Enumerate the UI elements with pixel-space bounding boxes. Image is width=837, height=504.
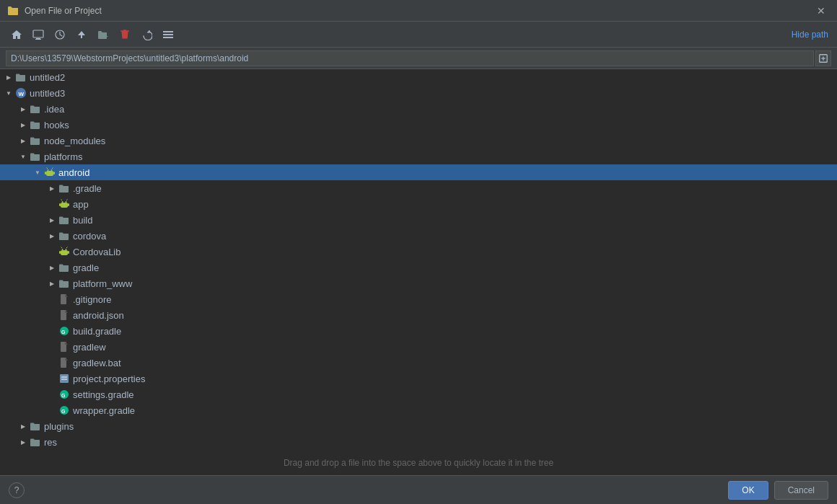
svg-rect-44 (59, 251, 61, 254)
item-label-wrapper.gradle: wrapper.gradle (73, 405, 135, 416)
tree-item-gradlew.bat[interactable]: gradlew.bat (0, 355, 837, 371)
tree-item-app[interactable]: app (0, 196, 837, 212)
expand-arrow-untitled3[interactable]: ▼ (3, 87, 14, 99)
tree-item-.gradle[interactable]: ▶.gradle (0, 180, 837, 196)
expand-arrow-CordovaLib[interactable] (46, 246, 58, 257)
svg-text:G: G (61, 330, 66, 335)
tree-area[interactable]: ▶untitled2▼Wuntitled3▶.idea▶hooks▶node_m… (0, 69, 837, 451)
expand-arrow-build[interactable]: ▶ (46, 214, 58, 226)
expand-arrow-gradlew[interactable] (46, 341, 58, 353)
expand-arrow-cordova[interactable]: ▶ (46, 230, 58, 242)
tree-item-plugins[interactable]: ▶plugins (0, 418, 837, 434)
tree-item-.gitignore[interactable]: .gitignore (0, 291, 837, 307)
svg-rect-32 (61, 203, 68, 208)
tree-item-node_modules[interactable]: ▶node_modules (0, 133, 837, 149)
expand-arrow-res[interactable]: ▶ (17, 436, 29, 448)
cancel-button[interactable]: Cancel (774, 481, 828, 500)
help-button[interactable]: ? (9, 482, 25, 498)
svg-rect-9 (163, 31, 173, 32)
desktop-button[interactable] (28, 25, 48, 45)
expand-arrow-.gitignore[interactable] (46, 293, 58, 305)
expand-arrow-platforms[interactable]: ▼ (17, 151, 29, 162)
hide-path-button[interactable]: Hide path (792, 30, 828, 40)
ok-button[interactable]: OK (728, 481, 768, 500)
item-label-res: res (44, 437, 57, 448)
tree-item-hooks[interactable]: ▶hooks (0, 117, 837, 133)
item-icon-build.gradle: G (58, 324, 71, 337)
item-label-.gitignore: .gitignore (73, 294, 111, 305)
tree-item-CordovaLib[interactable]: CordovaLib (0, 244, 837, 260)
item-icon-hooks (29, 118, 42, 131)
expand-arrow-plugins[interactable]: ▶ (17, 420, 29, 432)
expand-arrow-hooks[interactable]: ▶ (17, 119, 29, 131)
title-bar-icon (7, 5, 19, 17)
up-button[interactable] (71, 25, 92, 45)
list-view-button[interactable] (158, 25, 178, 45)
expand-arrow-app[interactable] (46, 198, 58, 210)
item-icon-gradlew (58, 340, 71, 353)
refresh-button[interactable] (136, 25, 157, 45)
tree-item-settings.gradle[interactable]: Gsettings.gradle (0, 386, 837, 402)
close-button[interactable]: ✕ (812, 4, 830, 18)
svg-rect-54 (60, 374, 69, 383)
item-label-untitled3: untitled3 (30, 88, 65, 99)
item-label-CordovaLib: CordovaLib (73, 247, 121, 257)
expand-arrow-android.json[interactable] (46, 309, 58, 321)
svg-line-34 (66, 200, 68, 201)
item-icon-untitled2 (14, 71, 27, 84)
item-label-android: android (58, 167, 89, 178)
svg-point-39 (62, 249, 63, 250)
svg-text:W: W (19, 91, 25, 97)
expand-arrow-wrapper.gradle[interactable] (46, 404, 58, 416)
tree-item-untitled2[interactable]: ▶untitled2 (0, 69, 837, 85)
tree-item-android.json[interactable]: android.json (0, 307, 837, 323)
tree-item-cordova[interactable]: ▶cordova (0, 228, 837, 244)
item-icon-res (29, 436, 42, 448)
expand-arrow-gradle[interactable]: ▶ (46, 262, 58, 273)
expand-arrow-node_modules[interactable]: ▶ (17, 135, 29, 146)
home-button[interactable] (6, 25, 27, 45)
expand-arrow-untitled2[interactable]: ▶ (3, 71, 14, 83)
svg-rect-41 (61, 250, 68, 255)
expand-arrow-project.properties[interactable] (46, 373, 58, 384)
delete-button[interactable] (115, 25, 135, 45)
recent-button[interactable] (50, 25, 70, 45)
svg-text:G: G (61, 409, 66, 414)
path-input[interactable] (6, 50, 814, 66)
svg-rect-11 (163, 37, 173, 38)
expand-arrow-.gradle[interactable]: ▶ (46, 182, 58, 194)
item-icon-wrapper.gradle: G (58, 404, 71, 417)
title-bar: Open File or Project ✕ (0, 0, 837, 22)
path-bar (0, 48, 837, 69)
tree-item-wrapper.gradle[interactable]: Gwrapper.gradle (0, 402, 837, 418)
tree-item-build.gradle[interactable]: Gbuild.gradle (0, 323, 837, 339)
expand-arrow-.idea[interactable]: ▶ (17, 103, 29, 115)
expand-arrow-gradlew.bat[interactable] (46, 357, 58, 368)
tree-item-www[interactable]: ▶www (0, 450, 837, 451)
tree-item-.idea[interactable]: ▶.idea (0, 101, 837, 117)
tree-item-platforms[interactable]: ▼platforms (0, 149, 837, 164)
tree-item-platform_www[interactable]: ▶platform_www (0, 275, 837, 291)
expand-arrow-settings.gradle[interactable] (46, 389, 58, 400)
expand-arrow-platform_www[interactable]: ▶ (46, 278, 58, 289)
tree-item-res[interactable]: ▶res (0, 434, 837, 450)
tree-item-untitled3[interactable]: ▼Wuntitled3 (0, 85, 837, 101)
tree-item-gradlew[interactable]: gradlew (0, 339, 837, 355)
path-refresh-button[interactable] (815, 50, 831, 66)
item-label-project.properties: project.properties (73, 373, 145, 384)
item-icon-settings.gradle: G (58, 388, 71, 401)
tree-item-project.properties[interactable]: project.properties (0, 371, 837, 386)
item-icon-.gradle (58, 182, 71, 195)
new-folder-button[interactable]: + (93, 25, 113, 45)
svg-point-22 (48, 169, 49, 171)
expand-arrow-build.gradle[interactable] (46, 325, 58, 337)
item-label-hooks: hooks (44, 120, 69, 131)
item-label-app: app (73, 199, 89, 210)
item-label-.gradle: .gradle (73, 183, 102, 194)
tree-item-build[interactable]: ▶build (0, 212, 837, 228)
drag-hint: Drag and drop a file into the space abov… (0, 451, 837, 475)
bottom-buttons: OK Cancel (728, 481, 828, 500)
tree-item-android[interactable]: ▼ android (0, 164, 837, 180)
expand-arrow-android[interactable]: ▼ (32, 167, 43, 178)
tree-item-gradle[interactable]: ▶gradle (0, 260, 837, 275)
